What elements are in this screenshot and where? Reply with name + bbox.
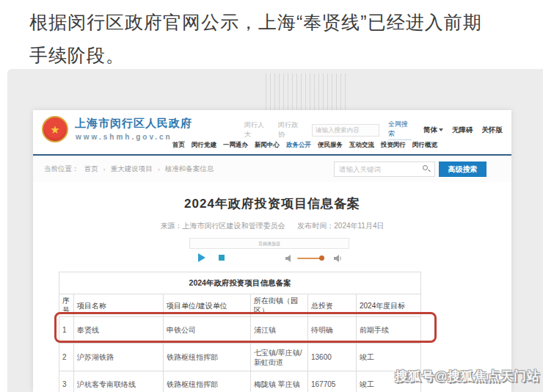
advanced-search-button[interactable]: 高级搜索	[439, 161, 486, 177]
intro-line-1: 根据闵行区政府官网公示，上海“奉贤线”已经进入前期	[29, 6, 536, 39]
page-title: 2024年政府投资项目信息备案	[33, 195, 511, 212]
table-cell: 沪苏湖铁路	[74, 344, 164, 371]
table-cell: 铁路枢纽指挥部	[164, 371, 251, 392]
audio-player-caption: 音频播放器	[189, 238, 349, 249]
table-cell: 梅陇镇 莘庄镇	[251, 371, 308, 392]
screenshot-panel: ★ 上海市闵行区人民政府 www.shmh.gov.cn 闵行人大 闵行政协 全…	[7, 69, 543, 392]
link-renda[interactable]: 闵行人大	[244, 120, 268, 139]
search-icon[interactable]	[423, 165, 428, 170]
table-cell: 2	[59, 344, 74, 371]
header-search-input[interactable]	[312, 124, 379, 137]
watermark: 搜狐号@搜狐焦点天门站	[395, 368, 540, 385]
breadcrumb: 当前位置： 首页 › 重大建设项目 › 核准和备案信息	[44, 164, 214, 174]
col-header: 项目名称	[74, 294, 164, 317]
table-row-fengxian-line: 1 奉贤线 申铁公司 浦江镇 待明确 前期手续	[59, 317, 421, 344]
breadcrumb-label: 当前位置：	[44, 164, 79, 174]
table-cell: 浦江镇	[251, 317, 308, 344]
language-select[interactable]: 简体	[423, 126, 443, 135]
article-publish-time: 发布时间：2024年11月4日	[297, 222, 384, 230]
table-title-row: 2024年政府投资项目信息备案	[59, 272, 421, 294]
table-cell: 七宝镇/莘庄镇/新虹街道	[251, 344, 308, 371]
volume-low-icon	[285, 255, 294, 262]
table-cell: 申铁公司	[164, 317, 251, 344]
main-nav: 首页 闵行党建 一网通办 新闻中心 政务公开 便民服务 互动交流 投资闵行 闵行…	[172, 141, 437, 150]
table-cell: 铁路枢纽指挥部	[164, 344, 251, 371]
table-cell: 1	[59, 317, 74, 344]
table-cell: 竣工	[357, 344, 421, 371]
breadcrumb-separator: ›	[158, 165, 160, 173]
keyword-search-input[interactable]	[334, 161, 435, 177]
play-icon[interactable]	[198, 253, 205, 262]
fullnet-search-button[interactable]: 全网搜索	[388, 120, 412, 140]
col-header: 序号	[59, 294, 74, 317]
projects-table: 2024年政府投资项目信息备案 序号 项目名称 项目单位/建设单位 所在街镇（园…	[59, 272, 421, 392]
table-title: 2024年政府投资项目信息备案	[59, 272, 421, 294]
intro-line-2: 手续阶段。	[29, 39, 536, 72]
chevron-down-icon	[439, 128, 443, 131]
nav-services[interactable]: 便民服务	[318, 141, 343, 150]
table-cell: 前期手续	[357, 317, 421, 344]
volume-high-icon	[334, 255, 343, 262]
col-header: 总投资	[308, 294, 357, 317]
col-header: 2024年度目标	[357, 294, 421, 317]
breadcrumb-separator: ›	[103, 165, 106, 173]
stop-icon[interactable]	[219, 255, 225, 261]
nav-gov-open[interactable]: 政务公开	[286, 141, 311, 150]
breadcrumb-filing-info[interactable]: 核准和备案信息	[165, 164, 214, 174]
table-header-row: 序号 项目名称 项目单位/建设单位 所在街镇（园区） 总投资 2024年度目标	[59, 294, 421, 317]
nav-party[interactable]: 闵行党建	[192, 141, 216, 150]
site-url: www.shmh.gov.cn	[76, 133, 172, 141]
volume-slider[interactable]	[297, 258, 322, 259]
table-row: 2 沪苏湖铁路 铁路枢纽指挥部 七宝镇/莘庄镇/新虹街道 13600 竣工	[59, 344, 421, 371]
table-cell: 待明确	[308, 317, 357, 344]
breadcrumb-home[interactable]: 首页	[84, 164, 98, 174]
site-title: 上海市闵行区人民政府	[75, 117, 192, 131]
gov-site-card: ★ 上海市闵行区人民政府 www.shmh.gov.cn 闵行人大 闵行政协 全…	[33, 110, 511, 392]
nav-interaction[interactable]: 互动交流	[349, 141, 374, 150]
article-meta: 来源：上海市闵行区建设和管理委员会 发布时间：2024年11月4日	[33, 221, 511, 231]
table-row: 3 沪杭客专南联络线 铁路枢纽指挥部 梅陇镇 莘庄镇 167705 竣工	[59, 371, 421, 392]
nav-invest[interactable]: 投资闵行	[381, 141, 406, 150]
table-cell: 13600	[308, 344, 357, 371]
intro-text: 根据闵行区政府官网公示，上海“奉贤线”已经进入前期 手续阶段。	[29, 6, 536, 72]
col-header: 项目单位/建设单位	[164, 294, 251, 317]
breadcrumb-projects[interactable]: 重大建设项目	[111, 164, 153, 174]
table-cell: 奉贤线	[74, 317, 164, 344]
table-cell: 沪杭客专南联络线	[74, 371, 164, 392]
care-version-button[interactable]: 关怀版	[482, 126, 503, 135]
breadcrumb-bar: 当前位置： 首页 › 重大建设项目 › 核准和备案信息 高级搜索	[33, 156, 511, 182]
nav-news[interactable]: 新闻中心	[255, 141, 280, 150]
national-emblem-icon: ★	[42, 116, 68, 142]
nav-overview[interactable]: 闵行概览	[412, 141, 437, 150]
volume-slider-handle[interactable]	[319, 255, 324, 261]
header-top-links: 闵行人大 闵行政协 全网搜索 简体 无障碍 关怀版	[244, 120, 511, 140]
table-cell: 3	[59, 371, 74, 392]
accessibility-button[interactable]: 无障碍	[452, 126, 473, 135]
nav-one-stop[interactable]: 一网通办	[223, 141, 248, 150]
col-header: 所在街镇（园区）	[251, 294, 308, 317]
nav-home[interactable]: 首页	[172, 141, 185, 150]
article-source: 来源：上海市闵行区建设和管理委员会	[161, 222, 285, 230]
link-zhengxie[interactable]: 闵行政协	[278, 120, 302, 139]
table-cell: 167705	[308, 371, 357, 392]
